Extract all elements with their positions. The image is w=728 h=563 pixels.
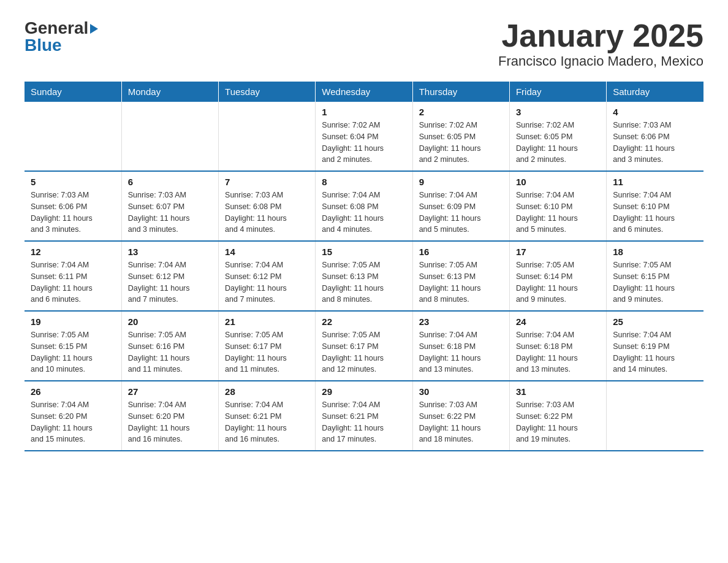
- day-number: 26: [31, 386, 115, 397]
- day-number: 5: [31, 177, 115, 187]
- day-info: Sunrise: 7:03 AM Sunset: 6:08 PM Dayligh…: [225, 190, 309, 236]
- day-number: 15: [322, 247, 406, 257]
- calendar-cell: 27Sunrise: 7:04 AM Sunset: 6:20 PM Dayli…: [121, 381, 218, 451]
- day-info: Sunrise: 7:04 AM Sunset: 6:09 PM Dayligh…: [419, 190, 503, 236]
- calendar-cell: 24Sunrise: 7:04 AM Sunset: 6:18 PM Dayli…: [509, 311, 606, 381]
- calendar-cell: 13Sunrise: 7:04 AM Sunset: 6:12 PM Dayli…: [121, 241, 218, 311]
- day-info: Sunrise: 7:04 AM Sunset: 6:18 PM Dayligh…: [516, 329, 600, 375]
- header-sunday: Sunday: [25, 82, 121, 102]
- logo: General Blue: [25, 18, 98, 55]
- day-info: Sunrise: 7:04 AM Sunset: 6:21 PM Dayligh…: [322, 399, 406, 445]
- day-info: Sunrise: 7:03 AM Sunset: 6:22 PM Dayligh…: [516, 399, 600, 445]
- day-number: 1: [322, 107, 406, 117]
- calendar-cell: 8Sunrise: 7:04 AM Sunset: 6:08 PM Daylig…: [316, 171, 412, 241]
- day-info: Sunrise: 7:05 AM Sunset: 6:15 PM Dayligh…: [613, 259, 697, 305]
- calendar-cell: 2Sunrise: 7:02 AM Sunset: 6:05 PM Daylig…: [412, 102, 509, 171]
- day-info: Sunrise: 7:05 AM Sunset: 6:16 PM Dayligh…: [128, 329, 212, 375]
- day-info: Sunrise: 7:03 AM Sunset: 6:22 PM Dayligh…: [419, 399, 503, 445]
- day-number: 9: [419, 177, 503, 187]
- day-number: 2: [419, 107, 503, 117]
- logo-blue-text: Blue: [25, 36, 62, 55]
- calendar-cell: [25, 102, 121, 171]
- calendar-cell: 1Sunrise: 7:02 AM Sunset: 6:04 PM Daylig…: [316, 102, 412, 171]
- calendar-cell: 21Sunrise: 7:05 AM Sunset: 6:17 PM Dayli…: [219, 311, 316, 381]
- calendar-header-row: SundayMondayTuesdayWednesdayThursdayFrid…: [25, 82, 703, 102]
- day-number: 19: [31, 316, 115, 327]
- day-info: Sunrise: 7:05 AM Sunset: 6:17 PM Dayligh…: [225, 329, 309, 375]
- calendar-cell: [219, 102, 316, 171]
- day-info: Sunrise: 7:04 AM Sunset: 6:20 PM Dayligh…: [128, 399, 212, 445]
- day-info: Sunrise: 7:05 AM Sunset: 6:14 PM Dayligh…: [516, 259, 600, 305]
- day-number: 8: [322, 177, 406, 187]
- calendar-week-row: 26Sunrise: 7:04 AM Sunset: 6:20 PM Dayli…: [25, 381, 703, 451]
- calendar-cell: 30Sunrise: 7:03 AM Sunset: 6:22 PM Dayli…: [412, 381, 509, 451]
- day-number: 12: [31, 247, 115, 257]
- day-number: 25: [613, 316, 697, 327]
- day-number: 21: [225, 316, 309, 327]
- day-number: 29: [322, 386, 406, 397]
- calendar-week-row: 12Sunrise: 7:04 AM Sunset: 6:11 PM Dayli…: [25, 241, 703, 311]
- day-info: Sunrise: 7:03 AM Sunset: 6:07 PM Dayligh…: [128, 190, 212, 236]
- day-info: Sunrise: 7:02 AM Sunset: 6:05 PM Dayligh…: [516, 120, 600, 166]
- calendar-cell: 3Sunrise: 7:02 AM Sunset: 6:05 PM Daylig…: [509, 102, 606, 171]
- day-number: 11: [613, 177, 697, 187]
- day-number: 7: [225, 177, 309, 187]
- day-number: 24: [516, 316, 600, 327]
- day-number: 22: [322, 316, 406, 327]
- day-number: 4: [613, 107, 697, 117]
- calendar-cell: 10Sunrise: 7:04 AM Sunset: 6:10 PM Dayli…: [509, 171, 606, 241]
- day-number: 3: [516, 107, 600, 117]
- day-number: 27: [128, 386, 212, 397]
- day-number: 28: [225, 386, 309, 397]
- day-info: Sunrise: 7:05 AM Sunset: 6:13 PM Dayligh…: [322, 259, 406, 305]
- calendar-cell: 14Sunrise: 7:04 AM Sunset: 6:12 PM Dayli…: [219, 241, 316, 311]
- calendar-cell: 9Sunrise: 7:04 AM Sunset: 6:09 PM Daylig…: [412, 171, 509, 241]
- title-block: January 2025 Francisco Ignacio Madero, M…: [498, 18, 703, 69]
- calendar-cell: 26Sunrise: 7:04 AM Sunset: 6:20 PM Dayli…: [25, 381, 121, 451]
- day-info: Sunrise: 7:04 AM Sunset: 6:12 PM Dayligh…: [128, 259, 212, 305]
- header-thursday: Thursday: [412, 82, 509, 102]
- calendar-cell: 7Sunrise: 7:03 AM Sunset: 6:08 PM Daylig…: [219, 171, 316, 241]
- day-info: Sunrise: 7:04 AM Sunset: 6:19 PM Dayligh…: [613, 329, 697, 375]
- day-info: Sunrise: 7:03 AM Sunset: 6:06 PM Dayligh…: [31, 190, 115, 236]
- day-number: 14: [225, 247, 309, 257]
- header-saturday: Saturday: [607, 82, 703, 102]
- day-number: 31: [516, 386, 600, 397]
- calendar-cell: 19Sunrise: 7:05 AM Sunset: 6:15 PM Dayli…: [25, 311, 121, 381]
- day-info: Sunrise: 7:02 AM Sunset: 6:04 PM Dayligh…: [322, 120, 406, 166]
- day-info: Sunrise: 7:04 AM Sunset: 6:20 PM Dayligh…: [31, 399, 115, 445]
- calendar-cell: 15Sunrise: 7:05 AM Sunset: 6:13 PM Dayli…: [316, 241, 412, 311]
- day-info: Sunrise: 7:05 AM Sunset: 6:13 PM Dayligh…: [419, 259, 503, 305]
- header-tuesday: Tuesday: [219, 82, 316, 102]
- header-wednesday: Wednesday: [316, 82, 412, 102]
- day-number: 30: [419, 386, 503, 397]
- calendar-cell: [607, 381, 703, 451]
- day-number: 20: [128, 316, 212, 327]
- day-info: Sunrise: 7:04 AM Sunset: 6:12 PM Dayligh…: [225, 259, 309, 305]
- calendar-cell: 20Sunrise: 7:05 AM Sunset: 6:16 PM Dayli…: [121, 311, 218, 381]
- calendar-week-row: 1Sunrise: 7:02 AM Sunset: 6:04 PM Daylig…: [25, 102, 703, 171]
- day-info: Sunrise: 7:05 AM Sunset: 6:15 PM Dayligh…: [31, 329, 115, 375]
- logo-triangle-icon: [90, 24, 98, 34]
- day-info: Sunrise: 7:04 AM Sunset: 6:21 PM Dayligh…: [225, 399, 309, 445]
- calendar-cell: 5Sunrise: 7:03 AM Sunset: 6:06 PM Daylig…: [25, 171, 121, 241]
- day-number: 23: [419, 316, 503, 327]
- calendar-cell: 4Sunrise: 7:03 AM Sunset: 6:06 PM Daylig…: [607, 102, 703, 171]
- calendar-cell: 22Sunrise: 7:05 AM Sunset: 6:17 PM Dayli…: [316, 311, 412, 381]
- day-info: Sunrise: 7:05 AM Sunset: 6:17 PM Dayligh…: [322, 329, 406, 375]
- day-number: 18: [613, 247, 697, 257]
- calendar-title: January 2025: [498, 18, 703, 53]
- calendar-cell: [121, 102, 218, 171]
- calendar-cell: 23Sunrise: 7:04 AM Sunset: 6:18 PM Dayli…: [412, 311, 509, 381]
- day-info: Sunrise: 7:02 AM Sunset: 6:05 PM Dayligh…: [419, 120, 503, 166]
- day-info: Sunrise: 7:04 AM Sunset: 6:10 PM Dayligh…: [516, 190, 600, 236]
- calendar-cell: 18Sunrise: 7:05 AM Sunset: 6:15 PM Dayli…: [607, 241, 703, 311]
- day-info: Sunrise: 7:03 AM Sunset: 6:06 PM Dayligh…: [613, 120, 697, 166]
- calendar-cell: 31Sunrise: 7:03 AM Sunset: 6:22 PM Dayli…: [509, 381, 606, 451]
- calendar-cell: 28Sunrise: 7:04 AM Sunset: 6:21 PM Dayli…: [219, 381, 316, 451]
- page-header: General Blue January 2025 Francisco Igna…: [25, 18, 703, 69]
- day-number: 10: [516, 177, 600, 187]
- day-number: 16: [419, 247, 503, 257]
- header-friday: Friday: [509, 82, 606, 102]
- calendar-subtitle: Francisco Ignacio Madero, Mexico: [498, 53, 703, 69]
